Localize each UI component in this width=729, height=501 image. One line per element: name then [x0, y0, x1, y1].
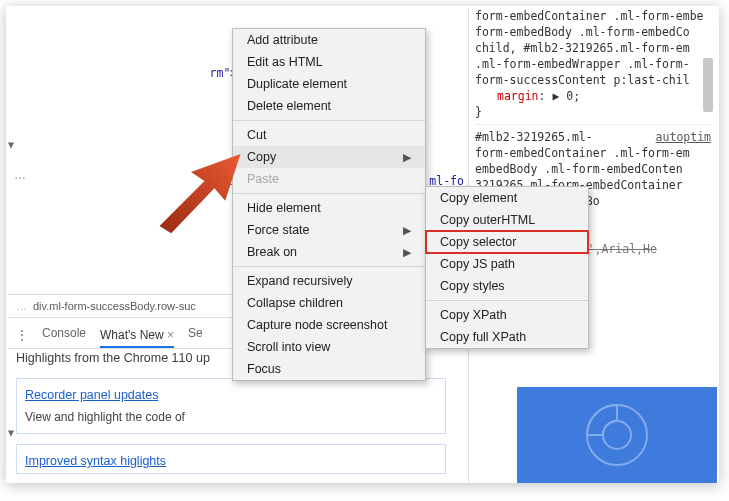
- context-menu: Add attribute Edit as HTML Duplicate ele…: [232, 28, 426, 381]
- link-recorder-updates[interactable]: Recorder panel updates: [25, 385, 437, 405]
- blueprint-image: [517, 387, 717, 483]
- menu-break-on[interactable]: Break on▶: [233, 241, 425, 263]
- kebab-icon[interactable]: ⋮: [16, 328, 28, 342]
- link-desc: View and highlight the code of: [25, 407, 437, 427]
- breadcrumb-text[interactable]: div.ml-form-successBody.row-suc: [33, 300, 196, 312]
- submenu-copy-styles[interactable]: Copy styles: [426, 275, 588, 297]
- tab-truncated[interactable]: Se: [188, 326, 203, 344]
- collapse-arrow-icon[interactable]: ▼: [8, 424, 14, 442]
- menu-delete-element[interactable]: Delete element: [233, 95, 425, 117]
- copy-submenu: Copy element Copy outerHTML Copy selecto…: [425, 186, 589, 349]
- menu-edit-as-html[interactable]: Edit as HTML: [233, 51, 425, 73]
- close-icon[interactable]: ×: [167, 328, 174, 342]
- tab-console[interactable]: Console: [42, 326, 86, 344]
- submenu-caret-icon: ▶: [403, 151, 411, 164]
- css-rule[interactable]: form-embedContainer .ml-form-embe form-e…: [475, 8, 711, 120]
- menu-capture-screenshot[interactable]: Capture node screenshot: [233, 314, 425, 336]
- menu-focus[interactable]: Focus: [233, 358, 425, 380]
- menu-hide-element[interactable]: Hide element: [233, 197, 425, 219]
- submenu-copy-xpath[interactable]: Copy XPath: [426, 304, 588, 326]
- source-link[interactable]: autoptim: [656, 129, 711, 145]
- submenu-caret-icon: ▶: [403, 224, 411, 237]
- menu-expand-recursively[interactable]: Expand recursively: [233, 270, 425, 292]
- menu-duplicate-element[interactable]: Duplicate element: [233, 73, 425, 95]
- list-item[interactable]: Recorder panel updates View and highligh…: [16, 378, 446, 434]
- tab-whats-new[interactable]: What's New ×: [100, 328, 174, 348]
- submenu-copy-full-xpath[interactable]: Copy full XPath: [426, 326, 588, 348]
- submenu-copy-js-path[interactable]: Copy JS path: [426, 253, 588, 275]
- menu-add-attribute[interactable]: Add attribute: [233, 29, 425, 51]
- submenu-copy-element[interactable]: Copy element: [426, 187, 588, 209]
- submenu-copy-selector[interactable]: Copy selector: [426, 231, 588, 253]
- breadcrumb-overflow-icon[interactable]: …: [16, 300, 27, 312]
- menu-force-state[interactable]: Force state▶: [233, 219, 425, 241]
- menu-collapse-children[interactable]: Collapse children: [233, 292, 425, 314]
- menu-scroll-into-view[interactable]: Scroll into view: [233, 336, 425, 358]
- menu-cut[interactable]: Cut: [233, 124, 425, 146]
- list-item[interactable]: Improved syntax higlights: [16, 444, 446, 474]
- menu-paste: Paste: [233, 168, 425, 190]
- collapse-arrow-icon[interactable]: ▼: [8, 136, 14, 154]
- menu-copy[interactable]: Copy▶: [233, 146, 425, 168]
- submenu-caret-icon: ▶: [403, 246, 411, 259]
- link-syntax-highlights[interactable]: Improved syntax higlights: [25, 451, 437, 471]
- submenu-copy-outerhtml[interactable]: Copy outerHTML: [426, 209, 588, 231]
